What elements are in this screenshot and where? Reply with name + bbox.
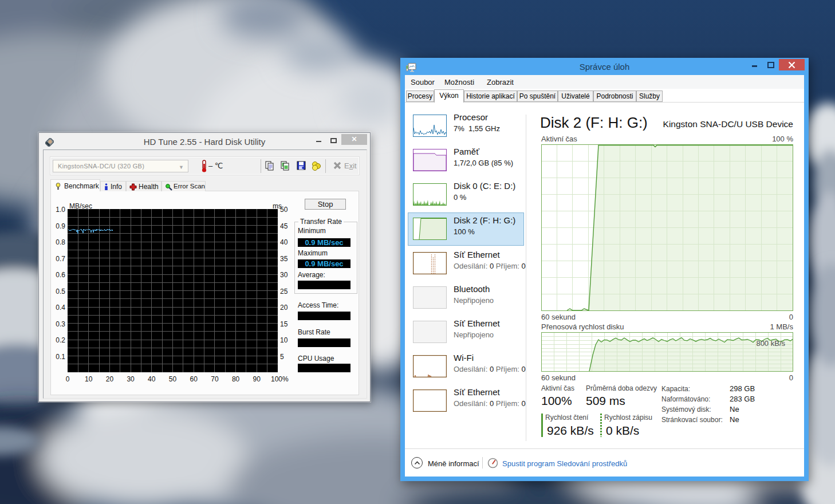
svg-text:– ℃: – ℃: [208, 162, 223, 170]
